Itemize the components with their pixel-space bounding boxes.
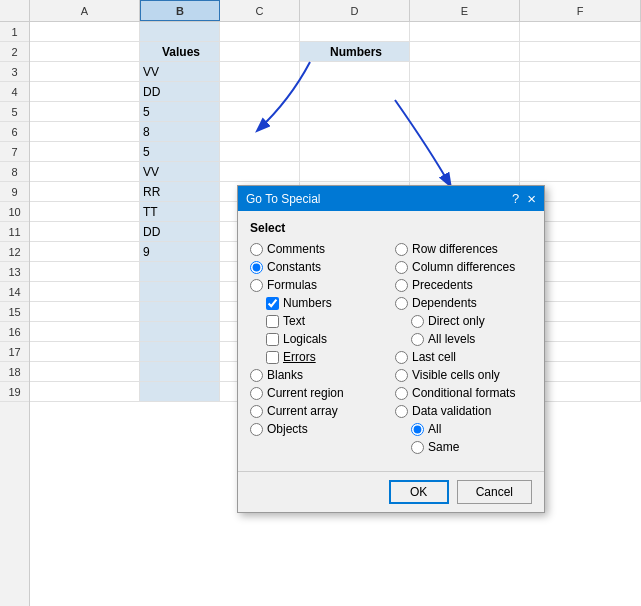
cell-a9[interactable] — [30, 182, 140, 202]
cell-f7[interactable] — [520, 142, 641, 162]
help-icon[interactable]: ? — [512, 191, 519, 206]
cell-a12[interactable] — [30, 242, 140, 262]
cell-d6[interactable] — [300, 122, 410, 142]
radio-blanks[interactable] — [250, 369, 263, 382]
option-logicals[interactable]: Logicals — [266, 331, 387, 347]
radio-current-array[interactable] — [250, 405, 263, 418]
cell-a10[interactable] — [30, 202, 140, 222]
cell-d2[interactable]: Numbers — [300, 42, 410, 62]
cell-e7[interactable] — [410, 142, 520, 162]
cell-d1[interactable] — [300, 22, 410, 42]
check-errors[interactable] — [266, 351, 279, 364]
close-icon[interactable]: × — [527, 190, 536, 207]
cell-d4[interactable] — [300, 82, 410, 102]
option-last-cell[interactable]: Last cell — [395, 349, 532, 365]
radio-last-cell[interactable] — [395, 351, 408, 364]
cell-a2[interactable] — [30, 42, 140, 62]
cell-b12[interactable]: 9 — [140, 242, 220, 262]
cell-a1[interactable] — [30, 22, 140, 42]
radio-row-diff[interactable] — [395, 243, 408, 256]
option-objects[interactable]: Objects — [250, 421, 387, 437]
radio-comments[interactable] — [250, 243, 263, 256]
cell-b7[interactable]: 5 — [140, 142, 220, 162]
radio-visible-cells[interactable] — [395, 369, 408, 382]
option-visible-cells[interactable]: Visible cells only — [395, 367, 532, 383]
cell-e6[interactable] — [410, 122, 520, 142]
cell-f3[interactable] — [520, 62, 641, 82]
cell-a6[interactable] — [30, 122, 140, 142]
cell-d8[interactable] — [300, 162, 410, 182]
cell-f4[interactable] — [520, 82, 641, 102]
radio-conditional[interactable] — [395, 387, 408, 400]
cell-e1[interactable] — [410, 22, 520, 42]
cell-b1[interactable] — [140, 22, 220, 42]
cancel-button[interactable]: Cancel — [457, 480, 532, 504]
option-dv-all[interactable]: All — [411, 421, 532, 437]
cell-b8[interactable]: VV — [140, 162, 220, 182]
cell-e3[interactable] — [410, 62, 520, 82]
cell-b2[interactable]: Values — [140, 42, 220, 62]
option-formulas[interactable]: Formulas — [250, 277, 387, 293]
cell-c7[interactable] — [220, 142, 300, 162]
option-text[interactable]: Text — [266, 313, 387, 329]
cell-c3[interactable] — [220, 62, 300, 82]
cell-d7[interactable] — [300, 142, 410, 162]
cell-a3[interactable] — [30, 62, 140, 82]
cell-a4[interactable] — [30, 82, 140, 102]
option-errors[interactable]: Errors — [266, 349, 387, 365]
radio-precedents[interactable] — [395, 279, 408, 292]
cell-b9[interactable]: RR — [140, 182, 220, 202]
option-current-array[interactable]: Current array — [250, 403, 387, 419]
option-numbers[interactable]: Numbers — [266, 295, 387, 311]
cell-a11[interactable] — [30, 222, 140, 242]
radio-formulas[interactable] — [250, 279, 263, 292]
option-direct-only[interactable]: Direct only — [411, 313, 532, 329]
cell-d5[interactable] — [300, 102, 410, 122]
cell-c1[interactable] — [220, 22, 300, 42]
cell-c8[interactable] — [220, 162, 300, 182]
option-current-region[interactable]: Current region — [250, 385, 387, 401]
radio-dependents[interactable] — [395, 297, 408, 310]
cell-b4[interactable]: DD — [140, 82, 220, 102]
cell-b6[interactable]: 8 — [140, 122, 220, 142]
cell-c2[interactable] — [220, 42, 300, 62]
cell-e2[interactable] — [410, 42, 520, 62]
radio-data-validation[interactable] — [395, 405, 408, 418]
cell-e5[interactable] — [410, 102, 520, 122]
cell-c4[interactable] — [220, 82, 300, 102]
cell-d3[interactable] — [300, 62, 410, 82]
option-blanks[interactable]: Blanks — [250, 367, 387, 383]
cell-b5[interactable]: 5 — [140, 102, 220, 122]
cell-b11[interactable]: DD — [140, 222, 220, 242]
option-data-validation[interactable]: Data validation — [395, 403, 532, 419]
option-column-differences[interactable]: Column differences — [395, 259, 532, 275]
cell-f1[interactable] — [520, 22, 641, 42]
option-dependents[interactable]: Dependents — [395, 295, 532, 311]
radio-objects[interactable] — [250, 423, 263, 436]
radio-all-levels[interactable] — [411, 333, 424, 346]
option-constants[interactable]: Constants — [250, 259, 387, 275]
ok-button[interactable]: OK — [389, 480, 449, 504]
cell-c6[interactable] — [220, 122, 300, 142]
option-dv-same[interactable]: Same — [411, 439, 532, 455]
radio-constants[interactable] — [250, 261, 263, 274]
cell-e8[interactable] — [410, 162, 520, 182]
cell-b3[interactable]: VV — [140, 62, 220, 82]
radio-current-region[interactable] — [250, 387, 263, 400]
option-precedents[interactable]: Precedents — [395, 277, 532, 293]
cell-f6[interactable] — [520, 122, 641, 142]
cell-c5[interactable] — [220, 102, 300, 122]
radio-dv-same[interactable] — [411, 441, 424, 454]
radio-direct-only[interactable] — [411, 315, 424, 328]
check-numbers[interactable] — [266, 297, 279, 310]
cell-f5[interactable] — [520, 102, 641, 122]
cell-f8[interactable] — [520, 162, 641, 182]
cell-e4[interactable] — [410, 82, 520, 102]
cell-f2[interactable] — [520, 42, 641, 62]
check-logicals[interactable] — [266, 333, 279, 346]
option-conditional-formats[interactable]: Conditional formats — [395, 385, 532, 401]
cell-a5[interactable] — [30, 102, 140, 122]
option-row-differences[interactable]: Row differences — [395, 241, 532, 257]
option-comments[interactable]: Comments — [250, 241, 387, 257]
radio-col-diff[interactable] — [395, 261, 408, 274]
